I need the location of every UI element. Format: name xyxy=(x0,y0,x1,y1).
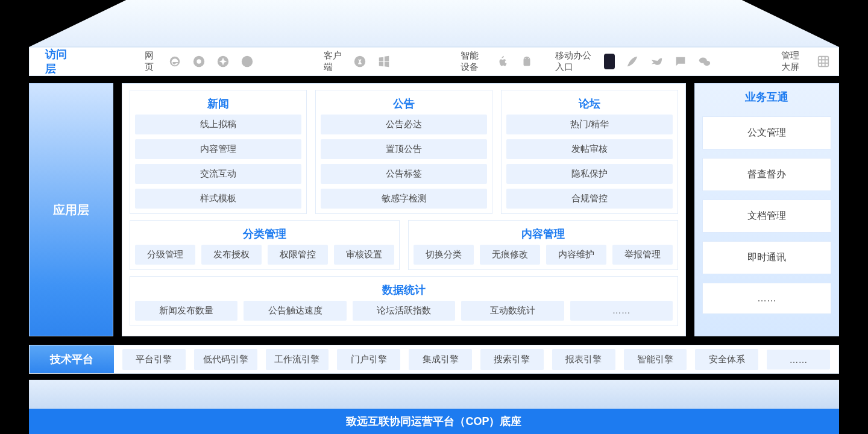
bird-icon xyxy=(650,54,663,69)
pill: 新闻发布数量 xyxy=(135,301,237,321)
tech-pill: 工作流引擎 xyxy=(266,349,329,370)
svg-point-4 xyxy=(242,56,253,67)
tech-pill: 平台引擎 xyxy=(122,349,186,370)
svg-point-6 xyxy=(525,58,526,58)
perspective-top xyxy=(29,0,839,47)
access-group-dashboard: 管理大屏 xyxy=(781,50,806,73)
application-layer-label: 应用层 xyxy=(29,83,113,336)
interop-item: …… xyxy=(702,283,831,314)
tech-pill: …… xyxy=(767,350,830,370)
pill: 公告标签 xyxy=(321,164,487,184)
svg-point-2 xyxy=(197,59,201,63)
group-forum: 论坛 热门/精华 发帖审核 隐私保护 合规管控 xyxy=(501,90,678,214)
group-content: 内容管理 切换分类 无痕修改 内容维护 举报管理 xyxy=(408,220,678,270)
group-news-title: 新闻 xyxy=(135,94,301,115)
group-content-title: 内容管理 xyxy=(414,224,673,245)
top-groups-row: 新闻 线上拟稿 内容管理 交流互动 样式模板 公告 公告必达 置顶公告 公告标签… xyxy=(130,90,678,214)
tech-pill: 门户引擎 xyxy=(337,349,400,370)
pill: 发帖审核 xyxy=(506,139,673,159)
tech-pill: 集成引擎 xyxy=(409,349,472,370)
tech-pill: 报表引擎 xyxy=(552,349,615,370)
interop-item: 即时通讯 xyxy=(702,241,831,274)
pill: 置顶公告 xyxy=(321,139,487,159)
group-stats: 数据统计 新闻发布数量 公告触达速度 论坛活跃指数 互动数统计 …… xyxy=(130,276,678,326)
pill: 无痕修改 xyxy=(480,245,540,265)
perspective-bottom xyxy=(29,380,839,409)
interop-item: 督查督办 xyxy=(702,158,831,191)
group-news: 新闻 线上拟稿 内容管理 交流互动 样式模板 xyxy=(130,90,307,214)
group-category: 分类管理 分级管理 发布授权 权限管控 审核设置 xyxy=(130,220,400,270)
pill: 分级管理 xyxy=(135,245,195,265)
svg-point-9 xyxy=(703,61,710,66)
interop-item: 文档管理 xyxy=(702,200,831,233)
tech-platform-label: 技术平台 xyxy=(30,345,114,373)
group-announce-title: 公告 xyxy=(321,94,487,115)
main-stage: 访问层 网页 客户端 智能设备 移动办公入口 管理大屏 应用层 xyxy=(29,47,839,380)
group-announce: 公告 公告必达 置顶公告 公告标签 敏感字检测 xyxy=(315,90,492,214)
pill: 内容管理 xyxy=(135,139,301,159)
interop-item: 公文管理 xyxy=(702,116,831,149)
pill: 热门/精华 xyxy=(506,115,673,134)
pill: 公告触达速度 xyxy=(244,301,346,321)
wechat-icon xyxy=(698,54,711,69)
chrome-icon xyxy=(192,54,206,69)
pill: 举报管理 xyxy=(612,245,673,265)
pill: 内容维护 xyxy=(546,245,606,265)
business-interop-panel: 业务互通 公文管理 督查督办 文档管理 即时通讯 …… xyxy=(694,83,839,336)
feather-icon xyxy=(626,54,639,69)
pill: 论坛活跃指数 xyxy=(353,301,455,321)
windows-icon xyxy=(377,54,391,69)
tech-platform-bar: 技术平台 平台引擎 低代码引擎 工作流引擎 门户引擎 集成引擎 搜索引擎 报表引… xyxy=(29,345,839,374)
pill: 隐私保护 xyxy=(506,164,673,184)
access-layer-bar: 访问层 网页 客户端 智能设备 移动办公入口 管理大屏 xyxy=(29,47,839,76)
safari-icon xyxy=(216,54,230,69)
pill: 互动数统计 xyxy=(461,301,564,321)
grid-dashboard-icon xyxy=(817,54,830,69)
appstore-icon xyxy=(353,54,366,69)
pill: 发布授权 xyxy=(201,245,262,265)
m3-app-icon xyxy=(604,54,615,69)
pill: 切换分类 xyxy=(414,245,474,265)
apple-icon xyxy=(496,54,509,69)
mid-groups-row: 分类管理 分级管理 发布授权 权限管控 审核设置 内容管理 切换分类 无痕修改 … xyxy=(130,220,678,270)
pill: …… xyxy=(570,301,673,321)
svg-rect-10 xyxy=(819,57,829,67)
pill: 审核设置 xyxy=(334,245,394,265)
tech-pill: 智能引擎 xyxy=(624,349,687,370)
access-group-web: 网页 xyxy=(145,50,157,73)
tech-pill: 安全体系 xyxy=(695,349,758,370)
pill: 权限管控 xyxy=(268,245,328,265)
application-layer-row: 应用层 新闻 线上拟稿 内容管理 交流互动 样式模板 公告 公告必达 xyxy=(29,83,839,336)
chat-icon xyxy=(674,54,687,69)
tech-pill: 低代码引擎 xyxy=(194,349,257,370)
access-group-mobile: 移动办公入口 xyxy=(555,50,593,73)
access-group-client: 客户端 xyxy=(324,50,342,73)
firefox-icon xyxy=(241,54,254,69)
group-category-title: 分类管理 xyxy=(135,224,394,245)
business-interop-title: 业务互通 xyxy=(702,90,831,108)
application-center-panel: 新闻 线上拟稿 内容管理 交流互动 样式模板 公告 公告必达 置顶公告 公告标签… xyxy=(122,83,686,336)
pill: 公告必达 xyxy=(321,115,487,134)
svg-point-7 xyxy=(529,58,529,58)
pill: 敏感字检测 xyxy=(321,189,487,209)
tech-pill: 搜索引擎 xyxy=(480,349,544,370)
pill: 线上拟稿 xyxy=(135,115,301,134)
group-stats-title: 数据统计 xyxy=(135,280,673,301)
pill: 交流互动 xyxy=(135,164,301,184)
ie-icon xyxy=(168,54,181,69)
platform-footer: 致远互联协同运营平台（COP）底座 xyxy=(29,409,839,434)
pill: 样式模板 xyxy=(135,189,301,209)
group-forum-title: 论坛 xyxy=(506,94,673,115)
pill: 合规管控 xyxy=(506,189,673,209)
access-group-smart: 智能设备 xyxy=(461,50,485,73)
android-icon xyxy=(520,54,533,69)
access-layer-title: 访问层 xyxy=(38,47,75,76)
